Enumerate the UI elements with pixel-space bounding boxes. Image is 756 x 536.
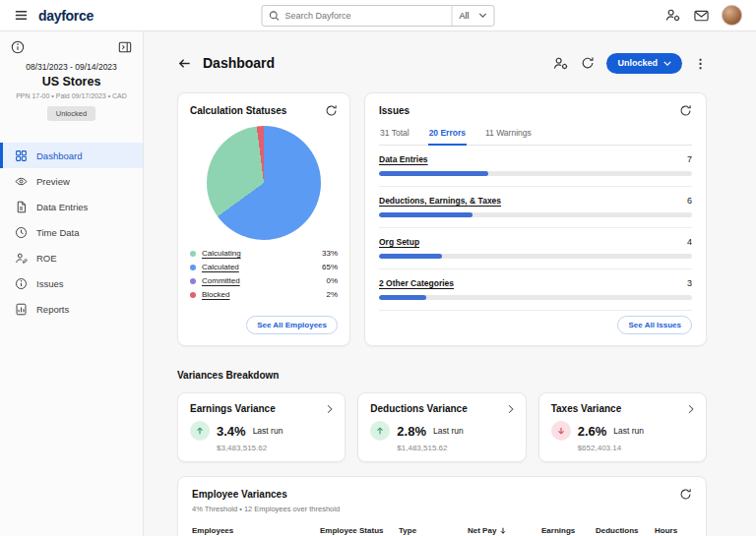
info-icon[interactable] (11, 40, 25, 54)
deductions-variance-card[interactable]: Deductions Variance 2.8% Last run $1,483… (357, 392, 526, 462)
eye-icon (15, 175, 28, 188)
chevron-down-icon (479, 13, 487, 18)
sidebar-item-issues[interactable]: Issues (0, 270, 143, 296)
issue-category-link[interactable]: Deductions, Earnings, & Taxes (379, 196, 501, 206)
taxes-variance-card[interactable]: Taxes Variance 2.6% Last run $652,403.14 (538, 392, 707, 462)
refresh-icon[interactable] (679, 488, 692, 501)
search-input[interactable] (281, 11, 452, 21)
sidebar-item-time-data[interactable]: Time Data (0, 219, 143, 245)
tab-errors[interactable]: 20 Errors (428, 126, 467, 146)
legend-label[interactable]: Calculated (202, 263, 239, 271)
employee-variances-table-header: Employees Employee Status Type Net Pay E… (192, 526, 692, 536)
info-circle-icon (15, 277, 28, 290)
variance-percent: 2.8% (397, 424, 426, 439)
column-header-deductions[interactable]: Deductions (596, 526, 655, 535)
column-header-type[interactable]: Type (399, 526, 468, 535)
variance-percent: 3.4% (217, 424, 246, 439)
variance-amount: $1,483,515.62 (397, 444, 513, 452)
variance-amount: $652,403.14 (578, 444, 694, 452)
issue-progress-bar (379, 212, 692, 217)
refresh-icon[interactable] (325, 104, 338, 117)
sidebar-item-reports[interactable]: Reports (0, 296, 143, 322)
legend-item-committed: Committed 0% (190, 276, 338, 285)
clock-icon (15, 226, 28, 239)
issue-row-org-setup: Org Setup 4 (379, 228, 692, 269)
legend-label[interactable]: Committed (202, 276, 240, 285)
trend-down-icon (551, 421, 571, 441)
employee-settings-icon[interactable] (552, 56, 569, 71)
mail-icon[interactable] (694, 10, 709, 22)
legend-dot-calculating (190, 251, 196, 257)
document-icon (15, 201, 28, 213)
sidebar: 08/31/2023 - 09/14/2023 US Stores PPN 17… (0, 31, 144, 536)
column-header-employee-status[interactable]: Employee Status (320, 526, 399, 535)
topbar: dayforce All (0, 0, 756, 31)
chevron-right-icon (688, 404, 694, 414)
page-header: Dashboard Unlocked ⋮ (177, 51, 707, 75)
sidebar-item-label: Reports (36, 304, 69, 315)
see-all-employees-button[interactable]: See All Employees (246, 316, 338, 334)
variance-amount: $3,483,515.62 (217, 444, 333, 452)
sort-desc-icon (499, 526, 507, 535)
collapse-panel-icon[interactable] (118, 40, 132, 54)
pay-run-meta: PPN 17-00 • Paid 09/17/2023 • CAD (0, 92, 143, 99)
issue-row-other-categories: 2 Other Categories 3 (379, 269, 692, 311)
column-header-earnings[interactable]: Earnings (541, 526, 596, 535)
column-header-net-pay[interactable]: Net Pay (468, 526, 541, 535)
issue-count: 4 (687, 237, 692, 247)
pay-period-date-range: 08/31/2023 - 09/14/2023 (0, 62, 143, 72)
sidebar-item-data-entries[interactable]: Data Entries (0, 194, 143, 219)
legend-label[interactable]: Blocked (202, 290, 229, 299)
issue-category-link[interactable]: Data Entries (379, 154, 428, 164)
sidebar-item-roe[interactable]: ROE (0, 245, 143, 270)
sidebar-item-preview[interactable]: Preview (0, 168, 143, 194)
legend-value: 33% (322, 249, 338, 258)
legend-label[interactable]: Calculating (202, 249, 241, 258)
search-bar[interactable]: All (262, 5, 495, 27)
back-arrow-icon[interactable] (177, 56, 192, 71)
legend-dot-committed (190, 278, 196, 284)
issue-row-data-entries: Data Entries 7 (379, 146, 692, 187)
column-header-hours[interactable]: Hours (655, 526, 692, 535)
issue-count: 6 (687, 196, 692, 206)
sidebar-item-label: ROE (36, 253, 57, 264)
see-all-issues-button[interactable]: See All Issues (617, 316, 692, 334)
sidebar-nav: Dashboard Preview Data Entries Time Data… (0, 143, 143, 322)
tab-total[interactable]: 31 Total (379, 126, 410, 146)
refresh-icon[interactable] (679, 104, 692, 117)
hamburger-menu-icon[interactable] (14, 8, 29, 23)
page-title: Dashboard (203, 55, 275, 71)
employee-variances-subtitle: 4% Threshold • 12 Employees over thresho… (192, 505, 692, 513)
refresh-icon[interactable] (581, 56, 595, 70)
trend-up-icon (190, 421, 210, 441)
search-scope-dropdown[interactable]: All (451, 6, 493, 26)
unlocked-dropdown-button[interactable]: Unlocked (606, 53, 682, 74)
issue-category-link[interactable]: 2 Other Categories (379, 278, 454, 288)
legend-item-calculating: Calculating 33% (190, 249, 338, 258)
sidebar-item-label: Issues (36, 278, 63, 289)
sidebar-item-label: Data Entries (36, 202, 88, 212)
legend-value: 2% (326, 290, 338, 299)
kebab-menu-icon[interactable]: ⋮ (694, 57, 707, 70)
legend-item-calculated: Calculated 65% (190, 263, 338, 271)
column-header-employees[interactable]: Employees (192, 526, 320, 535)
sidebar-item-dashboard[interactable]: Dashboard (0, 143, 143, 168)
sidebar-item-label: Dashboard (36, 150, 82, 161)
variance-percent: 2.6% (578, 424, 607, 439)
variance-caption: Last run (613, 426, 644, 436)
user-avatar[interactable] (722, 5, 742, 26)
dashboard-icon (15, 149, 28, 162)
employee-variances-card: Employee Variances 4% Threshold • 12 Emp… (177, 476, 707, 536)
chevron-right-icon (508, 404, 514, 414)
legend-item-blocked: Blocked 2% (190, 290, 338, 299)
issue-count: 3 (687, 278, 692, 288)
status-badge: Unlocked (47, 106, 95, 121)
user-settings-icon[interactable] (664, 8, 681, 23)
tab-warnings[interactable]: 11 Warnings (484, 126, 533, 146)
issue-category-link[interactable]: Org Setup (379, 237, 419, 247)
issues-title: Issues (379, 105, 410, 116)
pie-legend: Calculating 33% Calculated 65% Committed… (190, 249, 338, 299)
earnings-variance-card[interactable]: Earnings Variance 3.4% Last run $3,483,5… (177, 392, 346, 462)
legend-dot-calculated (190, 265, 196, 270)
calculation-statuses-card: Calculation Statuses Calculating 33% Cal… (177, 92, 350, 346)
